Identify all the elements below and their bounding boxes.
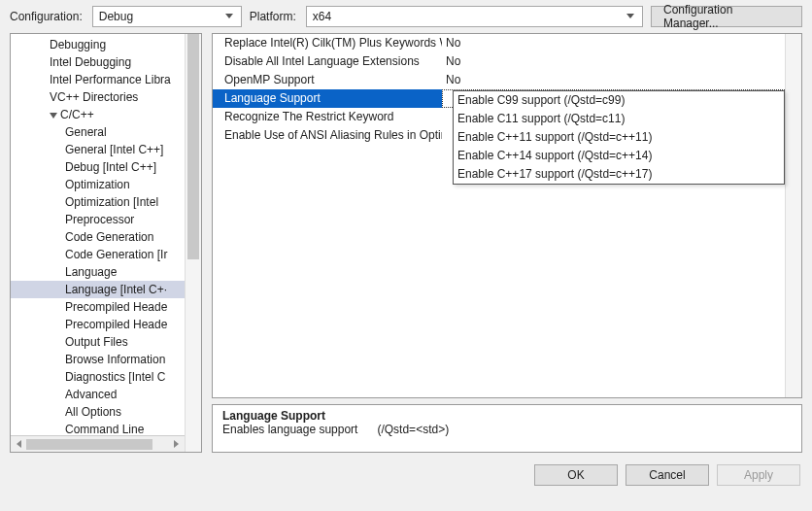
tree-item-label: Intel Debugging — [50, 55, 131, 69]
tree-item[interactable]: Precompiled Heade — [11, 298, 185, 316]
tree-item[interactable]: All Options — [11, 403, 185, 421]
tree-item-label: General [Intel C++] — [65, 143, 163, 156]
configuration-manager-button[interactable]: Configuration Manager... — [651, 6, 802, 27]
tree-item-label: Precompiled Heade — [65, 318, 167, 331]
chevron-down-icon — [623, 9, 638, 24]
top-toolbar: Configuration: Debug Platform: x64 Confi… — [0, 0, 812, 33]
tree-item-label: Command Line — [65, 423, 144, 435]
tree-item-label: Debug [Intel C++] — [65, 160, 156, 174]
dropdown-option[interactable]: Enable C++14 support (/Qstd=c++14) — [454, 147, 784, 165]
tree-item[interactable]: Optimization [Intel — [11, 193, 185, 211]
svg-marker-3 — [174, 440, 179, 448]
svg-marker-0 — [225, 14, 233, 18]
tree-item-label: Debugging — [50, 38, 106, 51]
tree-item[interactable]: Intel Debugging — [11, 53, 185, 71]
property-name: Language Support — [213, 89, 442, 108]
dropdown-option[interactable]: Enable C++11 support (/Qstd=c++11) — [454, 128, 784, 147]
tree-item[interactable]: Code Generation [Ir — [11, 246, 185, 263]
chevron-down-icon — [221, 9, 237, 24]
tree-item-label: General — [65, 125, 107, 139]
property-row[interactable]: Disable All Intel Language ExtensionsNo — [213, 52, 785, 71]
tree-item-label: Diagnostics [Intel C — [65, 370, 165, 384]
tree-item[interactable]: Optimization — [11, 176, 185, 193]
svg-marker-2 — [17, 440, 21, 448]
tree-item-label: All Options — [65, 405, 121, 419]
tree-item[interactable]: Intel Performance Libra — [11, 71, 185, 88]
tree-item[interactable]: General — [11, 123, 185, 141]
description-panel: Language Support Enables language suppor… — [212, 404, 802, 453]
tree-item-label: Browse Information — [65, 353, 165, 366]
description-text: Enables language support (/Qstd=<std>) — [222, 423, 792, 436]
tree-item-label: Advanced — [65, 388, 117, 401]
tree-item[interactable]: C/C++ — [11, 106, 185, 123]
description-title: Language Support — [222, 409, 792, 423]
nav-tree[interactable]: DebuggingIntel DebuggingIntel Performanc… — [10, 33, 202, 453]
cancel-button[interactable]: Cancel — [626, 464, 709, 486]
tree-item-label: Language — [65, 265, 117, 279]
tree-item-label: Code Generation — [65, 230, 153, 244]
tree-item[interactable]: Debug [Intel C++] — [11, 158, 185, 176]
tree-item[interactable]: Output Files — [11, 333, 185, 351]
tree-item-label: Output Files — [65, 335, 128, 349]
tree-item[interactable]: Command Line — [11, 421, 185, 435]
property-value[interactable]: No — [442, 34, 785, 52]
ok-button[interactable]: OK — [534, 464, 618, 486]
tree-item[interactable]: General [Intel C++] — [11, 141, 185, 158]
tree-item[interactable]: Advanced — [11, 386, 185, 403]
dropdown-option[interactable]: Enable C++17 support (/Qstd=c++17) — [454, 165, 784, 184]
tree-item-label: VC++ Directories — [50, 90, 138, 104]
configuration-combo[interactable]: Debug — [92, 6, 242, 27]
property-name: Enable Use of ANSI Aliasing Rules in Opt… — [213, 126, 442, 145]
dropdown-option[interactable]: Enable C99 support (/Qstd=c99) — [454, 91, 784, 110]
tree-item[interactable]: VC++ Directories — [11, 88, 185, 106]
tree-item-label: Preprocessor — [65, 213, 134, 226]
property-name: OpenMP Support — [213, 71, 442, 89]
tree-item-label: Optimization — [65, 178, 130, 191]
tree-item-label: Intel Performance Libra — [50, 73, 171, 86]
tree-item[interactable]: Language [Intel C+· — [11, 281, 185, 298]
tree-item[interactable]: Language — [11, 263, 185, 281]
scroll-left-icon[interactable] — [11, 437, 26, 452]
scrollbar-thumb[interactable] — [26, 439, 152, 450]
property-value[interactable]: No — [442, 71, 785, 89]
tree-item-label: Code Generation [Ir — [65, 248, 167, 261]
property-row[interactable]: Replace Intel(R) Cilk(TM) Plus Keywords … — [213, 34, 785, 52]
platform-label: Platform: — [250, 10, 296, 23]
tree-item-label: Language [Intel C+· — [65, 283, 167, 296]
dialog-buttons: OK Cancel Apply — [0, 459, 812, 494]
tree-item[interactable]: Browse Information — [11, 351, 185, 368]
platform-value: x64 — [313, 10, 623, 23]
svg-marker-1 — [626, 14, 634, 18]
scroll-right-icon[interactable] — [169, 437, 185, 452]
configuration-value: Debug — [99, 10, 221, 23]
grid-vertical-scrollbar[interactable] — [785, 34, 801, 397]
tree-item[interactable]: Debugging — [11, 36, 185, 53]
dropdown-option[interactable]: Enable C11 support (/Qstd=c11) — [454, 110, 784, 128]
tree-vertical-scrollbar[interactable] — [185, 34, 201, 452]
scrollbar-thumb[interactable] — [187, 34, 199, 259]
tree-item[interactable]: Precompiled Heade — [11, 316, 185, 333]
tree-item-label: Optimization [Intel — [65, 195, 158, 209]
property-name: Recognize The Restrict Keyword — [213, 108, 442, 126]
configuration-label: Configuration: — [10, 10, 83, 23]
tree-item-label: Precompiled Heade — [65, 300, 167, 314]
property-row[interactable]: OpenMP SupportNo — [213, 71, 785, 89]
platform-combo[interactable]: x64 — [306, 6, 643, 27]
property-value[interactable]: No — [442, 52, 785, 71]
tree-item[interactable]: Preprocessor — [11, 211, 185, 228]
language-support-dropdown[interactable]: Enable C99 support (/Qstd=c99)Enable C11… — [453, 90, 785, 185]
tree-horizontal-scrollbar[interactable] — [11, 435, 185, 452]
property-grid[interactable]: Replace Intel(R) Cilk(TM) Plus Keywords … — [212, 33, 802, 398]
property-name: Disable All Intel Language Extensions — [213, 52, 442, 71]
chevron-down-icon[interactable] — [50, 113, 57, 119]
tree-item[interactable]: Diagnostics [Intel C — [11, 368, 185, 386]
tree-item-label: C/C++ — [60, 108, 94, 121]
apply-button[interactable]: Apply — [717, 464, 800, 486]
property-name: Replace Intel(R) Cilk(TM) Plus Keywords … — [213, 34, 442, 52]
tree-item[interactable]: Code Generation — [11, 228, 185, 246]
